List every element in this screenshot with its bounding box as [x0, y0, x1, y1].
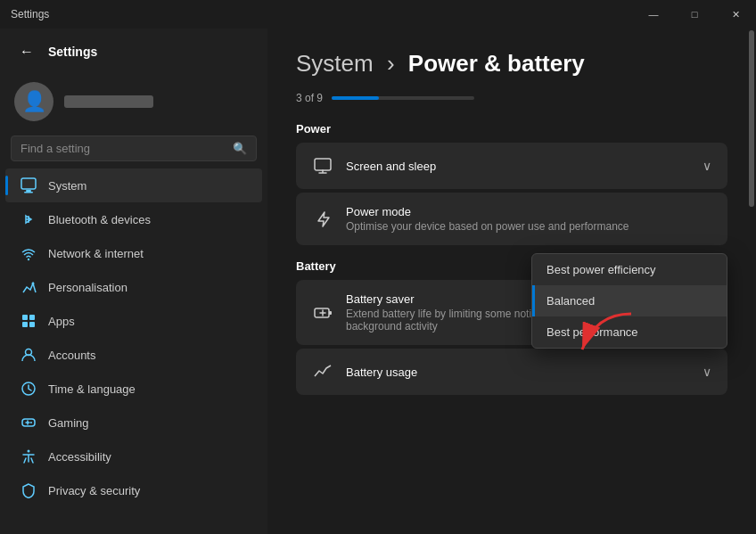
- sidebar-item-label-bluetooth: Bluetooth & devices: [48, 213, 151, 226]
- minimize-button[interactable]: —: [633, 0, 674, 29]
- battery-usage-icon: [312, 361, 333, 382]
- power-mode-text: Power mode Optimise your device based on…: [346, 205, 629, 233]
- search-input[interactable]: [21, 142, 226, 155]
- battery-usage-title: Battery usage: [346, 366, 417, 379]
- sidebar-item-time-language[interactable]: Time & language: [5, 372, 262, 406]
- svg-rect-0: [21, 178, 36, 189]
- avatar: 👤: [14, 82, 53, 121]
- svg-point-3: [28, 259, 29, 260]
- sidebar-item-label-system: System: [48, 179, 86, 193]
- power-mode-left: Power mode Optimise your device based on…: [312, 205, 629, 233]
- window-controls: — □ ✕: [633, 0, 756, 29]
- screen-sleep-left: Screen and sleep: [312, 155, 436, 177]
- sidebar: ← Settings 👤 🔍 System Bluetooth & device…: [0, 29, 267, 534]
- svg-point-12: [30, 422, 32, 423]
- bluetooth-icon: [20, 210, 37, 228]
- sidebar-item-apps[interactable]: Apps: [5, 304, 262, 338]
- page-title: System › Power & battery: [296, 50, 727, 78]
- screen-sleep-title: Screen and sleep: [346, 160, 436, 173]
- svg-point-13: [28, 450, 30, 453]
- screen-sleep-card: Screen and sleep ∨: [296, 143, 727, 189]
- sidebar-item-network[interactable]: Network & internet: [5, 236, 262, 270]
- battery-usage-left: Battery usage: [312, 361, 417, 382]
- svg-rect-2: [24, 192, 33, 193]
- dropdown-item-balanced[interactable]: Balanced: [532, 285, 727, 316]
- maximize-button[interactable]: □: [674, 0, 715, 29]
- progress-bar-background: [332, 96, 474, 100]
- sidebar-header: ← Settings: [0, 29, 267, 75]
- progress-bar-fill: [332, 96, 379, 100]
- sidebar-item-privacy[interactable]: Privacy & security: [5, 473, 262, 507]
- accounts-icon: [20, 346, 37, 364]
- power-mode-card: Power mode Optimise your device based on…: [296, 193, 727, 245]
- back-button[interactable]: ←: [14, 39, 39, 64]
- battery-usage-chevron: ∨: [703, 365, 711, 379]
- time-icon: [20, 380, 37, 398]
- personalisation-icon: [20, 278, 37, 296]
- sidebar-item-label-network: Network & internet: [48, 247, 144, 260]
- svg-rect-7: [22, 322, 28, 327]
- sidebar-item-gaming[interactable]: Gaming: [5, 406, 262, 440]
- user-name: [64, 95, 153, 108]
- privacy-icon: [20, 481, 37, 499]
- svg-rect-1: [26, 190, 31, 192]
- svg-rect-5: [22, 315, 28, 320]
- power-mode-title: Power mode: [346, 205, 629, 218]
- scrollbar-track[interactable]: [749, 29, 756, 534]
- breadcrumb-parent: System: [296, 50, 374, 77]
- svg-rect-16: [329, 311, 332, 315]
- power-mode-icon: [312, 209, 333, 230]
- gaming-icon: [20, 414, 37, 431]
- sidebar-item-accounts[interactable]: Accounts: [5, 338, 262, 372]
- svg-rect-8: [29, 322, 35, 327]
- system-icon: [20, 177, 37, 194]
- sidebar-item-label-time: Time & language: [48, 382, 136, 396]
- sidebar-item-label-accessibility: Accessibility: [48, 450, 111, 464]
- sidebar-item-label-accounts: Accounts: [48, 349, 95, 362]
- progress-text: 3 of 9: [296, 92, 323, 104]
- sidebar-item-label-privacy: Privacy & security: [48, 484, 140, 497]
- sidebar-item-label-apps: Apps: [48, 315, 75, 328]
- titlebar: Settings — □ ✕: [0, 0, 756, 29]
- screen-sleep-chevron: ∨: [703, 159, 711, 173]
- breadcrumb-separator: ›: [387, 50, 401, 77]
- sidebar-title: Settings: [48, 45, 97, 59]
- apps-icon: [20, 312, 37, 330]
- svg-rect-14: [315, 159, 331, 170]
- progress-row: 3 of 9: [296, 92, 727, 104]
- search-icon: 🔍: [233, 142, 247, 155]
- sidebar-item-label-personalisation: Personalisation: [48, 281, 127, 294]
- battery-saver-icon: [312, 302, 333, 324]
- network-icon: [20, 244, 37, 262]
- sidebar-item-bluetooth[interactable]: Bluetooth & devices: [5, 202, 262, 236]
- user-profile: 👤: [0, 75, 267, 132]
- page-current-title: Power & battery: [408, 50, 585, 77]
- scrollbar-thumb[interactable]: [749, 30, 754, 207]
- sidebar-item-system[interactable]: System: [5, 168, 262, 202]
- battery-usage-row[interactable]: Battery usage ∨: [296, 349, 727, 395]
- power-mode-row[interactable]: Power mode Optimise your device based on…: [296, 193, 727, 245]
- dropdown-item-best-efficiency[interactable]: Best power efficiency: [532, 254, 727, 285]
- sidebar-item-label-gaming: Gaming: [48, 416, 89, 430]
- battery-usage-card: Battery usage ∨: [296, 349, 727, 395]
- svg-rect-6: [29, 315, 35, 320]
- screen-sleep-row[interactable]: Screen and sleep ∨: [296, 143, 727, 189]
- app-title: Settings: [11, 8, 49, 21]
- sidebar-item-accessibility[interactable]: Accessibility: [5, 440, 262, 473]
- power-section-label: Power: [296, 122, 727, 136]
- close-button[interactable]: ✕: [715, 0, 756, 29]
- content-scroll: System › Power & battery 3 of 9 Power: [267, 29, 756, 534]
- search-box[interactable]: 🔍: [11, 136, 257, 161]
- sidebar-item-personalisation[interactable]: Personalisation: [5, 270, 262, 304]
- accessibility-icon: [20, 448, 37, 465]
- svg-point-4: [32, 283, 35, 285]
- main-layout: ← Settings 👤 🔍 System Bluetooth & device…: [0, 29, 756, 534]
- screen-sleep-icon: [312, 155, 333, 177]
- content-area: System › Power & battery 3 of 9 Power: [267, 29, 756, 534]
- power-mode-dropdown: Best power efficiency Balanced Best perf…: [531, 253, 727, 349]
- power-mode-subtitle: Optimise your device based on power use …: [346, 220, 629, 233]
- dropdown-item-best-performance[interactable]: Best performance: [532, 316, 727, 348]
